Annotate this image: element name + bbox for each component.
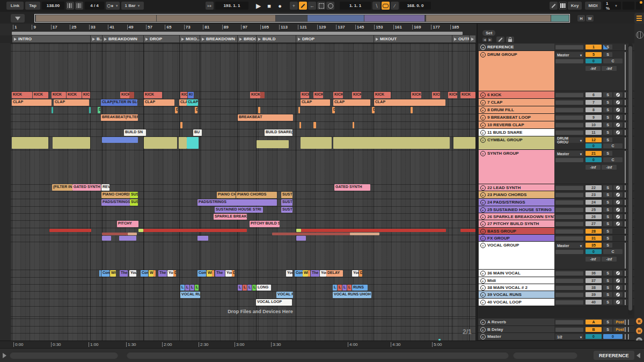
solo-button[interactable]: S bbox=[603, 92, 612, 97]
clip[interactable]: PADS/STRINGS bbox=[197, 199, 277, 206]
set-button[interactable]: Set bbox=[482, 30, 495, 36]
clip[interactable]: CLA bbox=[179, 99, 187, 106]
clip[interactable]: KICK bbox=[301, 92, 309, 98]
solo-button[interactable]: S bbox=[603, 271, 612, 276]
solo-button[interactable]: S bbox=[603, 45, 612, 49]
volume-field[interactable]: -inf bbox=[586, 66, 601, 71]
track-number-badge[interactable]: 6 bbox=[586, 92, 602, 97]
clip[interactable]: CLAP bbox=[54, 99, 89, 106]
io-input-box[interactable] bbox=[555, 236, 583, 241]
clip[interactable] bbox=[272, 233, 350, 235]
io-input-box[interactable] bbox=[555, 200, 583, 205]
play-icon[interactable]: ▸ bbox=[480, 207, 486, 213]
track-header-row[interactable]: ▸23 PIANO CHORDS23S bbox=[478, 191, 634, 199]
track-name[interactable]: ≡SYNTH GROUP bbox=[479, 150, 554, 184]
group-icon[interactable]: ≡ bbox=[480, 137, 486, 143]
crossfade-button[interactable]: C bbox=[603, 143, 623, 148]
track-name[interactable]: ▸22 LEAD SYNTH bbox=[479, 184, 554, 191]
clip[interactable]: L bbox=[238, 285, 242, 291]
time-signature-marker[interactable]: 2/1 bbox=[463, 328, 472, 336]
send-field[interactable]: -inf bbox=[602, 66, 617, 71]
clip[interactable]: CLAP bbox=[144, 99, 174, 106]
track-activator-button[interactable] bbox=[613, 122, 623, 127]
clip[interactable] bbox=[257, 140, 289, 148]
clip[interactable] bbox=[102, 233, 128, 235]
track-header-row[interactable]: ▸7 CLAP7S bbox=[478, 99, 634, 106]
clip[interactable]: KICK bbox=[250, 92, 260, 98]
track-number-badge[interactable]: 31 bbox=[586, 236, 602, 241]
clip[interactable] bbox=[411, 107, 413, 113]
track-name[interactable]: ▸A Reverb bbox=[479, 318, 554, 325]
clip[interactable]: D bbox=[359, 270, 362, 277]
io-input-box[interactable] bbox=[555, 320, 583, 324]
track-name[interactable]: ▸27 PITCHY BUILD SYNTH bbox=[479, 220, 554, 227]
clip[interactable]: KICK bbox=[374, 92, 391, 98]
clip[interactable] bbox=[187, 137, 199, 149]
clip[interactable]: CLAP bbox=[333, 99, 370, 106]
track-number-badge[interactable]: 8 bbox=[586, 107, 602, 112]
clip[interactable]: The bbox=[311, 270, 319, 277]
clip[interactable] bbox=[260, 92, 265, 98]
track-name[interactable]: ▸38 MAIN VOCAL # 2 bbox=[479, 284, 554, 291]
group-icon[interactable]: ≡ bbox=[480, 229, 486, 234]
io-input-box[interactable] bbox=[555, 130, 583, 135]
track-header-row[interactable]: ▸39 VOCAL RUNS39S bbox=[478, 291, 634, 299]
track-number-badge[interactable]: 39 bbox=[586, 292, 602, 297]
clip[interactable]: PIANO CH bbox=[217, 192, 236, 198]
clip[interactable]: BREAKBEAT bbox=[238, 114, 293, 121]
track-activator-button[interactable] bbox=[613, 214, 623, 219]
solo-button[interactable]: S bbox=[603, 137, 612, 142]
track-number-badge[interactable]: 26 bbox=[586, 214, 602, 219]
clip[interactable] bbox=[197, 236, 208, 241]
track-header-row[interactable]: ▸8 DRUM FILL8S bbox=[478, 106, 634, 114]
track-number-badge[interactable]: 11 bbox=[586, 130, 602, 135]
clip[interactable]: L bbox=[243, 285, 247, 291]
clip[interactable]: DELAY bbox=[326, 270, 343, 277]
clip[interactable]: L bbox=[342, 285, 347, 291]
send-field[interactable]: -inf bbox=[602, 257, 617, 262]
reference-status-button[interactable]: REFERENCE bbox=[594, 351, 634, 360]
track-name[interactable]: ▸8 DRUM FILL bbox=[479, 106, 554, 113]
clip[interactable]: KICK bbox=[313, 92, 323, 98]
clip[interactable]: KICK bbox=[333, 92, 343, 98]
clip[interactable] bbox=[49, 229, 91, 232]
track-name[interactable]: ▸6 KICK bbox=[479, 91, 554, 98]
play-icon[interactable]: ▸ bbox=[480, 200, 486, 205]
volume-field[interactable]: -inf bbox=[586, 257, 601, 262]
track-name[interactable]: ▸25 SUSTAINED HOUSE STRING bbox=[479, 206, 554, 213]
track-number-badge[interactable]: 36 bbox=[586, 271, 602, 276]
clip[interactable] bbox=[296, 236, 306, 241]
clip[interactable]: PADS/STRINGS bbox=[101, 199, 130, 206]
track-header-row[interactable]: ●REFERENCE1S bbox=[478, 44, 634, 51]
link-tracks-icon[interactable] bbox=[496, 37, 504, 42]
solo-button[interactable]: S bbox=[603, 151, 612, 156]
track-number-badge[interactable]: 27 bbox=[586, 221, 602, 226]
clip[interactable]: The bbox=[158, 270, 167, 277]
track-name[interactable]: ▸10 REVERB CLAP bbox=[479, 121, 554, 128]
clip[interactable] bbox=[153, 270, 156, 277]
track-activator-button[interactable] bbox=[613, 115, 623, 120]
clip[interactable]: D bbox=[232, 270, 235, 277]
io-input-box[interactable] bbox=[555, 107, 583, 112]
io-input-box[interactable] bbox=[555, 122, 583, 127]
clip[interactable] bbox=[301, 229, 446, 232]
clip[interactable] bbox=[180, 122, 182, 128]
clip[interactable] bbox=[308, 270, 310, 277]
clip[interactable]: You bbox=[129, 270, 136, 277]
clip[interactable]: D bbox=[195, 107, 197, 113]
play-icon[interactable]: ▸ bbox=[480, 115, 486, 120]
clip[interactable]: BREAKBEAT(FILTER bbox=[101, 114, 138, 121]
clip[interactable]: Wh bbox=[149, 270, 153, 277]
track-number-badge[interactable]: 24 bbox=[586, 200, 602, 205]
clip[interactable]: L bbox=[347, 285, 352, 291]
clip[interactable]: VOCAL RUN bbox=[180, 292, 200, 298]
track-header-row[interactable]: ▸Master1/2▾000 bbox=[478, 333, 634, 341]
clip[interactable]: RUNS bbox=[352, 285, 368, 291]
clip[interactable]: L bbox=[333, 285, 337, 291]
track-number-badge[interactable]: 10 bbox=[586, 122, 602, 127]
clip[interactable]: D bbox=[372, 107, 375, 113]
track-number-badge[interactable]: A bbox=[586, 320, 602, 324]
clip[interactable]: SUS bbox=[130, 192, 138, 198]
play-icon[interactable]: ▸ bbox=[480, 185, 486, 191]
play-icon[interactable]: ▸ bbox=[480, 107, 486, 113]
